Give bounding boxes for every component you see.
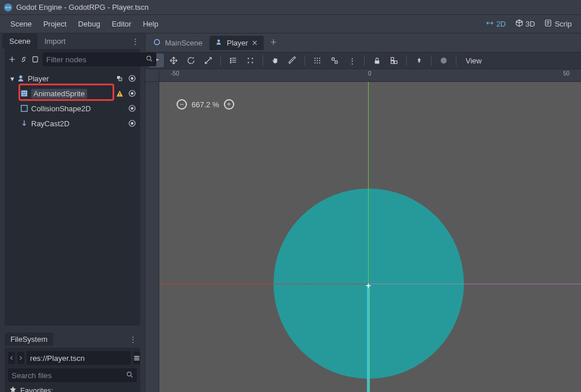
lock-icon[interactable] — [369, 54, 384, 67]
nav-forward-button[interactable] — [17, 352, 24, 364]
menu-scene[interactable]: Scene — [5, 17, 38, 31]
scale-tool-icon[interactable] — [201, 54, 216, 67]
svg-point-43 — [252, 62, 253, 63]
dock-options-icon[interactable]: ⋮ — [126, 335, 140, 344]
svg-point-11 — [19, 76, 22, 78]
smart-snap-icon[interactable] — [327, 54, 342, 67]
node-label: Player — [28, 74, 115, 83]
view-mode-icon[interactable] — [133, 352, 140, 364]
tab-scene[interactable]: Scene — [2, 33, 38, 49]
svg-point-52 — [320, 63, 320, 63]
ruler-label: 50 — [563, 70, 569, 77]
ruler-horizontal: -50 0 50 — [159, 69, 581, 82]
favorites-label: Favorites: — [20, 386, 53, 393]
list-select-icon[interactable] — [226, 54, 241, 67]
svg-point-25 — [131, 107, 133, 110]
svg-point-22 — [131, 92, 133, 95]
menu-debug[interactable]: Debug — [72, 17, 106, 31]
dock-options-icon[interactable]: ⋮ — [128, 37, 143, 46]
grid-snap-icon[interactable] — [310, 54, 325, 67]
visibility-icon[interactable] — [128, 74, 137, 83]
snap-options-icon[interactable] — [243, 54, 258, 67]
kinematic-body-icon — [16, 74, 25, 83]
viewport-toolbar: ⋮ View — [145, 52, 581, 69]
mode-2d-button[interactable]: 2D — [481, 17, 511, 31]
attach-script-icon[interactable] — [31, 54, 39, 65]
dock-tabs: Scene Import ⋮ — [0, 33, 145, 49]
close-icon[interactable]: ✕ — [252, 39, 258, 47]
canvas-viewport[interactable]: − 667.2 % + — [159, 82, 581, 392]
pan-tool-icon[interactable] — [268, 54, 283, 67]
svg-point-3 — [6, 7, 7, 7]
svg-point-48 — [317, 60, 317, 61]
snap-settings-icon[interactable]: ⋮ — [344, 54, 359, 67]
scene-tab-player[interactable]: Player ✕ — [209, 36, 264, 50]
nav-back-button[interactable] — [8, 352, 15, 364]
chevron-down-icon[interactable]: ▾ — [8, 74, 16, 83]
menu-project[interactable]: Project — [38, 17, 72, 31]
add-node-icon[interactable] — [8, 54, 16, 65]
zoom-controls: − 667.2 % + — [177, 99, 234, 110]
node-label: CollisionShape2D — [31, 104, 128, 113]
favorites-row[interactable]: Favorites: — [8, 382, 137, 392]
mode-script-button[interactable]: Scrip — [539, 17, 576, 31]
svg-point-33 — [218, 40, 220, 43]
filesystem-search-input[interactable] — [8, 368, 137, 382]
script-icon — [544, 19, 552, 29]
ruler-vertical — [145, 82, 159, 392]
animated-sprite-icon — [20, 89, 29, 98]
tree-node-raycast[interactable]: RayCast2D — [5, 116, 140, 131]
filter-nodes-input[interactable] — [43, 52, 156, 66]
scene-instance-icon[interactable] — [115, 74, 124, 83]
menu-bar: Scene Project Debug Editor Help 2D 3D Sc… — [0, 15, 581, 33]
left-dock: Scene Import ⋮ ▾ Player — [0, 33, 145, 392]
move-tool-icon[interactable] — [166, 54, 181, 67]
add-tab-icon[interactable] — [265, 36, 282, 50]
star-icon — [9, 386, 17, 392]
group-icon[interactable] — [387, 54, 402, 67]
tab-import[interactable]: Import — [38, 33, 73, 49]
tree-node-collision-shape[interactable]: CollisionShape2D — [5, 101, 140, 116]
ruler-label: -50 — [171, 70, 179, 77]
svg-point-40 — [248, 58, 249, 59]
menu-help[interactable]: Help — [137, 17, 164, 31]
scene-tab-label: Player — [227, 39, 248, 47]
mode-3d-button[interactable]: 3D — [511, 17, 540, 31]
scene-tab-label: MainScene — [165, 39, 203, 47]
filesystem-tab[interactable]: FileSystem — [5, 333, 53, 346]
pin-icon[interactable] — [411, 54, 426, 67]
visibility-icon[interactable] — [128, 119, 137, 128]
ruler-tool-icon[interactable] — [285, 54, 300, 67]
raycast-icon — [20, 119, 29, 128]
mode-3d-label: 3D — [526, 20, 535, 28]
filesystem-panel: FileSystem ⋮ Favorites: — [5, 330, 140, 392]
scene-file-tabs: MainScene Player ✕ — [145, 33, 581, 52]
visibility-icon[interactable] — [128, 89, 137, 98]
tree-node-player[interactable]: ▾ Player — [5, 71, 140, 86]
origin-cross-icon[interactable] — [366, 281, 371, 287]
svg-rect-16 — [21, 91, 28, 97]
viewport-canvas[interactable]: -50 0 50 − 667.2 % + — [145, 69, 581, 392]
view-menu[interactable]: View — [461, 56, 486, 65]
zoom-in-button[interactable]: + — [224, 99, 234, 110]
svg-rect-36 — [230, 60, 231, 61]
scene-tab-main[interactable]: MainScene — [148, 36, 208, 50]
svg-rect-30 — [134, 360, 140, 361]
axis-y-line — [368, 82, 369, 392]
visibility-icon[interactable] — [128, 104, 137, 113]
animation-icon[interactable] — [436, 54, 451, 67]
menu-editor[interactable]: Editor — [106, 17, 137, 31]
rotate-tool-icon[interactable] — [183, 54, 198, 67]
kinematic-body-icon — [215, 39, 223, 47]
svg-point-44 — [314, 58, 315, 58]
svg-rect-13 — [119, 78, 122, 81]
svg-point-7 — [147, 56, 151, 60]
warning-icon[interactable] — [115, 89, 124, 98]
tree-node-animated-sprite[interactable]: AnimatedSprite — [5, 86, 140, 101]
instance-icon[interactable] — [20, 54, 28, 65]
filesystem-path-input[interactable] — [27, 351, 131, 365]
zoom-level-label[interactable]: 667.2 % — [192, 100, 219, 109]
svg-point-32 — [155, 40, 160, 45]
zoom-out-button[interactable]: − — [177, 99, 187, 110]
svg-point-49 — [320, 60, 320, 61]
